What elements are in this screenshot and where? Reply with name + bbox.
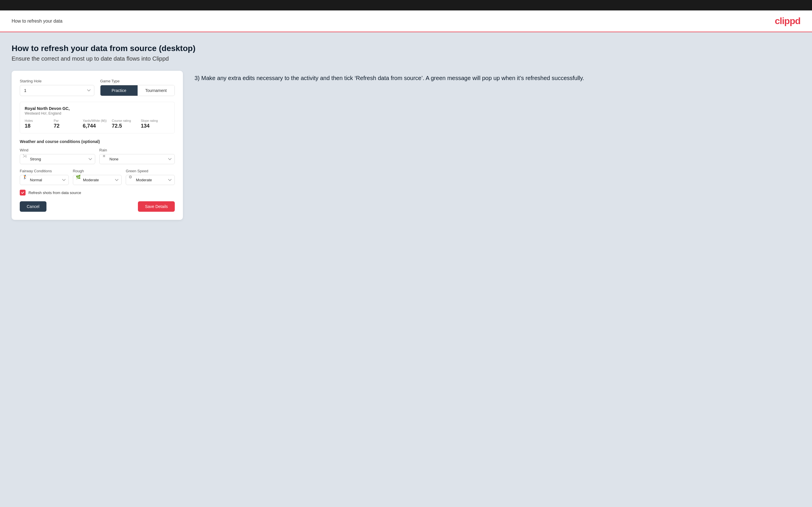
- yards-value: 6,744: [83, 123, 96, 129]
- form-card: Starting Hole 1 10 Game Type Practice To…: [12, 71, 183, 220]
- starting-hole-group: Starting Hole 1 10: [20, 79, 94, 96]
- course-name: Royal North Devon GC,: [25, 106, 170, 111]
- course-stats: Holes 18 Par 72 Yards/White (M)) 6,744 C…: [25, 119, 170, 129]
- starting-hole-label: Starting Hole: [20, 79, 94, 83]
- par-label: Par: [54, 119, 83, 122]
- slope-rating-stat: Slope rating 134: [141, 119, 170, 129]
- refresh-checkbox[interactable]: [20, 190, 26, 195]
- rough-wrapper: Rough 🌿 Moderate Light Heavy: [73, 169, 122, 185]
- holes-value: 18: [25, 123, 31, 129]
- game-type-group: Game Type Practice Tournament: [100, 79, 175, 96]
- logo: clippd: [775, 16, 800, 26]
- refresh-checkbox-row: Refresh shots from data source: [20, 190, 175, 195]
- rain-wrapper: Rain ☀ None Light Heavy: [99, 148, 175, 164]
- starting-hole-wrapper: 1 10: [20, 85, 94, 96]
- description-text: 3) Make any extra edits necessary to the…: [195, 74, 800, 82]
- rain-label: Rain: [99, 148, 175, 152]
- footer: Copyright Clippd 2022: [0, 504, 812, 507]
- game-type-buttons: Practice Tournament: [100, 85, 175, 96]
- top-form-row: Starting Hole 1 10 Game Type Practice To…: [20, 79, 175, 96]
- wind-select[interactable]: Strong None Light Moderate: [20, 154, 95, 164]
- page-heading: How to refresh your data from source (de…: [12, 44, 800, 53]
- rain-select[interactable]: None Light Heavy: [99, 154, 175, 164]
- yards-stat: Yards/White (M)) 6,744: [83, 119, 112, 129]
- main-content: How to refresh your data from source (de…: [0, 32, 812, 504]
- slope-rating-label: Slope rating: [141, 119, 170, 122]
- green-speed-label: Green Speed: [126, 169, 175, 173]
- course-rating-stat: Course rating 72.5: [112, 119, 141, 129]
- par-value: 72: [54, 123, 59, 129]
- wind-label: Wind: [20, 148, 95, 152]
- course-rating-value: 72.5: [112, 123, 122, 129]
- content-row: Starting Hole 1 10 Game Type Practice To…: [12, 71, 800, 220]
- game-type-label: Game Type: [100, 79, 175, 83]
- fairway-select[interactable]: Normal Soft Firm: [20, 175, 69, 185]
- fairway-rough-green-row: Fairway Conditions 🏌 Normal Soft Firm Ro…: [20, 169, 175, 185]
- holes-label: Holes: [25, 119, 54, 122]
- slope-rating-value: 134: [141, 123, 150, 129]
- par-stat: Par 72: [54, 119, 83, 129]
- header-title: How to refresh your data: [12, 18, 62, 24]
- refresh-label: Refresh shots from data source: [29, 190, 81, 195]
- button-row: Cancel Save Details: [20, 201, 175, 212]
- save-button[interactable]: Save Details: [138, 201, 175, 212]
- description-panel: 3) Make any extra edits necessary to the…: [195, 71, 800, 82]
- green-speed-select[interactable]: Moderate Slow Fast: [126, 175, 175, 185]
- header: How to refresh your data clippd: [0, 10, 812, 32]
- rough-label: Rough: [73, 169, 122, 173]
- starting-hole-select[interactable]: 1 10: [20, 85, 94, 96]
- course-info-box: Royal North Devon GC, Westward Ho!, Engl…: [20, 102, 175, 133]
- tournament-button[interactable]: Tournament: [138, 85, 175, 96]
- fairway-wrapper: Fairway Conditions 🏌 Normal Soft Firm: [20, 169, 69, 185]
- course-location: Westward Ho!, England: [25, 111, 170, 115]
- page-subheading: Ensure the correct and most up to date d…: [12, 55, 800, 62]
- practice-button[interactable]: Practice: [100, 85, 138, 96]
- course-rating-label: Course rating: [112, 119, 141, 122]
- cancel-button[interactable]: Cancel: [20, 201, 46, 212]
- conditions-heading: Weather and course conditions (optional): [20, 139, 175, 144]
- yards-label: Yards/White (M)): [83, 119, 112, 122]
- wind-wrapper: Wind 🌬 Strong None Light Moderate: [20, 148, 95, 164]
- top-bar: [0, 0, 812, 10]
- wind-rain-row: Wind 🌬 Strong None Light Moderate Rain ☀…: [20, 148, 175, 164]
- holes-stat: Holes 18: [25, 119, 54, 129]
- fairway-label: Fairway Conditions: [20, 169, 69, 173]
- green-speed-wrapper: Green Speed ⚙ Moderate Slow Fast: [126, 169, 175, 185]
- rough-select[interactable]: Moderate Light Heavy: [73, 175, 122, 185]
